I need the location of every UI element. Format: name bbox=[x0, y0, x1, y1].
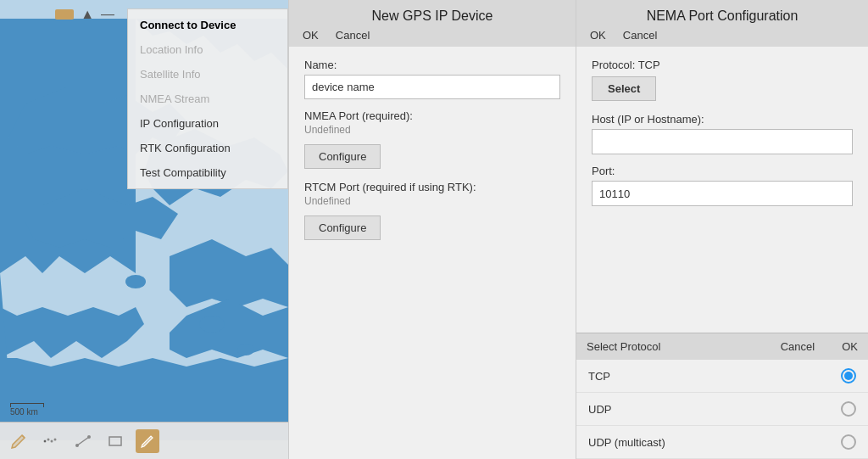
nema-actions: OK Cancel bbox=[587, 29, 858, 42]
nema-title: NEMA Port Configuration bbox=[587, 8, 858, 24]
protocol-tcp-label: TCP bbox=[588, 370, 841, 383]
port-label: Port: bbox=[592, 165, 853, 177]
dotted-line-icon[interactable] bbox=[39, 429, 63, 453]
pencil-icon-1[interactable] bbox=[7, 429, 31, 453]
sidebar-item-nmea[interactable]: NMEA Stream bbox=[128, 87, 287, 111]
new-gps-dialog: New GPS IP Device OK Cancel Name: NMEA P… bbox=[288, 0, 576, 459]
nmea-configure-button[interactable]: Configure bbox=[304, 144, 381, 169]
protocol-udp-radio[interactable] bbox=[841, 401, 856, 417]
sidebar-item-connect[interactable]: Connect to Device bbox=[128, 13, 287, 37]
nema-body: Protocol: TCP Select Host (IP or Hostnam… bbox=[576, 47, 868, 459]
new-gps-ok-button[interactable]: OK bbox=[303, 29, 319, 42]
rectangle-icon[interactable] bbox=[55, 9, 74, 20]
nema-header: NEMA Port Configuration OK Cancel bbox=[576, 0, 868, 47]
protocol-option-tcp[interactable]: TCP bbox=[576, 360, 868, 393]
new-gps-actions: OK Cancel bbox=[299, 29, 565, 42]
new-gps-cancel-button[interactable]: Cancel bbox=[336, 29, 370, 42]
svg-point-16 bbox=[47, 438, 50, 440]
line-icon[interactable] bbox=[71, 429, 95, 453]
svg-point-14 bbox=[125, 275, 146, 288]
port-input[interactable] bbox=[592, 181, 853, 206]
minus-icon[interactable]: — bbox=[101, 7, 114, 22]
svg-point-17 bbox=[51, 439, 53, 442]
sidebar-item-rtk[interactable]: RTK Configuration bbox=[128, 136, 287, 160]
svg-point-12 bbox=[199, 316, 225, 333]
pencil-icon-2[interactable] bbox=[136, 429, 159, 453]
protocol-option-udp-multicast[interactable]: UDP (multicast) bbox=[576, 426, 868, 459]
protocol-udp-multicast-radio[interactable] bbox=[841, 434, 856, 450]
dropdown-ok-button[interactable]: OK bbox=[842, 340, 858, 353]
protocol-option-udp[interactable]: UDP bbox=[576, 393, 868, 426]
arrow-up-icon[interactable]: ▲ bbox=[81, 7, 94, 22]
sidebar-item-ip-config[interactable]: IP Configuration bbox=[128, 111, 287, 136]
svg-point-18 bbox=[54, 438, 57, 440]
host-input[interactable] bbox=[592, 129, 853, 154]
nmea-port-value: Undefined bbox=[304, 124, 560, 136]
svg-rect-23 bbox=[109, 437, 121, 445]
protocol-udp-label: UDP bbox=[588, 403, 841, 416]
svg-point-21 bbox=[75, 444, 79, 447]
svg-point-22 bbox=[87, 435, 91, 439]
nema-cancel-button[interactable]: Cancel bbox=[623, 29, 657, 42]
svg-point-19 bbox=[44, 440, 46, 442]
host-label: Host (IP or Hostname): bbox=[592, 113, 853, 126]
select-protocol-button[interactable]: Select bbox=[592, 76, 656, 101]
svg-line-20 bbox=[77, 437, 89, 445]
map-menu: Connect to Device Location Info Satellit… bbox=[127, 8, 288, 189]
dropdown-cancel-button[interactable]: Cancel bbox=[781, 340, 815, 353]
map-bottom-bar bbox=[0, 422, 288, 459]
name-label: Name: bbox=[304, 59, 560, 71]
protocol-tcp-radio[interactable] bbox=[841, 368, 856, 383]
map-scale: 500 km bbox=[10, 403, 44, 417]
dropdown-title: Select Protocol bbox=[587, 340, 774, 353]
nmea-port-label: NMEA Port (required): bbox=[304, 109, 560, 122]
protocol-label: Protocol: TCP bbox=[592, 59, 853, 71]
map-top-icons: ▲ — bbox=[55, 7, 114, 22]
nema-config-dialog: NEMA Port Configuration OK Cancel Protoc… bbox=[576, 0, 868, 459]
rtcm-configure-button[interactable]: Configure bbox=[304, 216, 381, 240]
name-input[interactable] bbox=[304, 75, 560, 99]
dropdown-header: Select Protocol Cancel OK bbox=[576, 333, 868, 360]
square-icon[interactable] bbox=[103, 429, 127, 453]
rtcm-port-value: Undefined bbox=[304, 195, 560, 207]
new-gps-title: New GPS IP Device bbox=[299, 8, 565, 24]
sidebar-item-test[interactable]: Test Compatibility bbox=[128, 160, 287, 185]
new-gps-body: Name: NMEA Port (required): Undefined Co… bbox=[289, 47, 576, 459]
svg-marker-9 bbox=[170, 239, 288, 307]
protocol-dropdown: Select Protocol Cancel OK TCP UDP UDP (m… bbox=[576, 333, 868, 459]
svg-point-13 bbox=[237, 344, 254, 355]
rtcm-port-label: RTCM Port (required if using RTK): bbox=[304, 181, 560, 193]
map-panel: ▲ — Connect to Device Location Info Sate… bbox=[0, 0, 288, 459]
new-gps-header: New GPS IP Device OK Cancel bbox=[289, 0, 576, 47]
sidebar-item-satellite[interactable]: Satellite Info bbox=[128, 62, 287, 87]
nema-ok-button[interactable]: OK bbox=[590, 29, 606, 42]
sidebar-item-location[interactable]: Location Info bbox=[128, 37, 287, 62]
protocol-udp-multicast-label: UDP (multicast) bbox=[588, 436, 841, 449]
